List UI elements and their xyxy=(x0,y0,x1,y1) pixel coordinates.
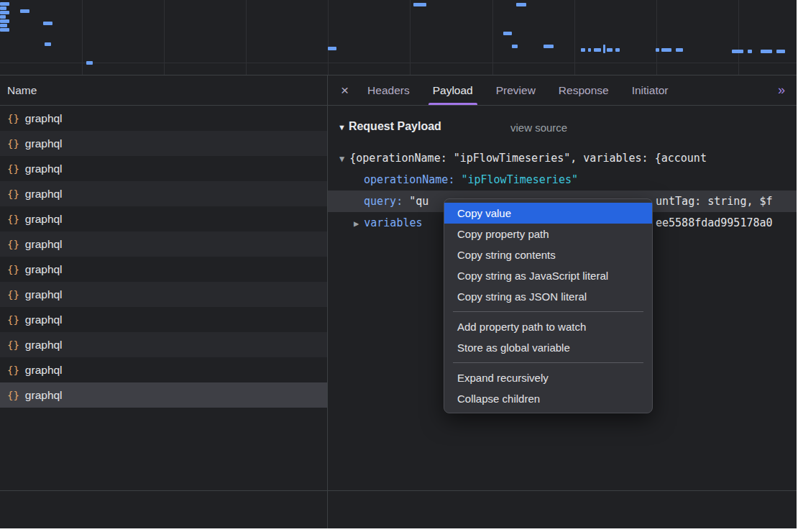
network-request-bar[interactable] xyxy=(544,45,554,48)
network-request-bar[interactable] xyxy=(516,3,526,6)
property-value: "ipFlowTimeseries" xyxy=(461,173,578,186)
name-column-label: Name xyxy=(7,84,37,97)
json-braces-icon: {} xyxy=(7,264,19,275)
panel-divider[interactable] xyxy=(327,75,328,528)
network-request-bar[interactable] xyxy=(615,48,620,52)
menu-item-store-as-global-variable[interactable]: Store as global variable xyxy=(444,337,652,358)
menu-item-copy-value[interactable]: Copy value xyxy=(444,203,652,224)
request-payload-section-header[interactable]: ▼Request Payload xyxy=(338,120,441,133)
menu-item-copy-string-as-json-literal[interactable]: Copy string as JSON literal xyxy=(444,286,652,307)
request-row[interactable]: {}graphql xyxy=(0,231,327,257)
close-icon[interactable]: × xyxy=(341,83,349,98)
network-request-bar[interactable] xyxy=(328,47,336,50)
payload-operation-line[interactable]: operationName:"ipFlowTimeseries" xyxy=(364,169,578,191)
view-source-link[interactable]: view source xyxy=(510,121,567,134)
network-request-bar[interactable] xyxy=(413,3,426,6)
request-row[interactable]: {}graphql xyxy=(0,382,327,408)
network-overview-timeline[interactable] xyxy=(0,0,797,75)
request-name: graphql xyxy=(25,263,63,276)
property-key: variables xyxy=(364,216,422,229)
network-request-bar[interactable] xyxy=(581,48,585,52)
menu-divider xyxy=(453,311,643,312)
request-row[interactable]: {}graphql xyxy=(0,106,327,131)
tab-preview[interactable]: Preview xyxy=(485,75,547,105)
network-request-bar[interactable] xyxy=(20,9,29,13)
menu-item-copy-property-path[interactable]: Copy property path xyxy=(444,224,652,244)
property-value: untTag: string, $f xyxy=(656,195,773,208)
menu-item-copy-string-as-javascript-literal[interactable]: Copy string as JavaScript literal xyxy=(444,265,652,286)
request-row[interactable]: {}graphql xyxy=(0,357,327,382)
request-row[interactable]: {}graphql xyxy=(0,206,327,231)
network-request-bar[interactable] xyxy=(748,50,752,53)
payload-root-preview: {operationName: "ipFlowTimeseries", vari… xyxy=(349,152,707,165)
network-request-bar[interactable] xyxy=(0,6,6,10)
json-braces-icon: {} xyxy=(7,390,19,401)
json-braces-icon: {} xyxy=(7,188,19,200)
json-braces-icon: {} xyxy=(7,214,19,225)
json-braces-icon: {} xyxy=(7,239,19,250)
network-request-bar[interactable] xyxy=(0,19,9,23)
network-request-bar[interactable] xyxy=(0,11,9,14)
tab-response[interactable]: Response xyxy=(547,75,620,105)
network-request-bar[interactable] xyxy=(43,22,52,25)
network-request-bar[interactable] xyxy=(0,24,7,27)
menu-item-copy-string-contents[interactable]: Copy string contents xyxy=(444,244,652,265)
disclosure-collapsed-icon[interactable]: ▶ xyxy=(354,219,359,229)
json-braces-icon: {} xyxy=(7,339,19,351)
disclosure-expanded-icon[interactable]: ▼ xyxy=(339,154,344,164)
request-row[interactable]: {}graphql xyxy=(0,332,327,357)
network-request-bar[interactable] xyxy=(607,48,613,52)
request-name: graphql xyxy=(25,162,63,175)
network-request-bar[interactable] xyxy=(656,48,659,52)
network-request-bar[interactable] xyxy=(86,61,93,65)
menu-item-add-property-path-to-watch[interactable]: Add property path to watch xyxy=(444,316,652,337)
network-request-bar[interactable] xyxy=(512,45,518,48)
network-request-bar[interactable] xyxy=(588,48,591,52)
network-request-bar[interactable] xyxy=(761,50,772,53)
request-name: graphql xyxy=(25,112,63,125)
network-request-bar[interactable] xyxy=(732,50,743,53)
json-braces-icon: {} xyxy=(7,314,19,326)
summary-bar xyxy=(0,490,797,528)
tab-payload[interactable]: Payload xyxy=(421,75,485,105)
request-row[interactable]: {}graphql xyxy=(0,156,327,181)
more-tabs-icon[interactable]: » xyxy=(778,83,797,98)
property-key: operationName: xyxy=(364,173,454,186)
payload-query-line[interactable]: query:"qu xyxy=(364,191,428,212)
network-request-bar[interactable] xyxy=(503,32,512,35)
overview-gridline xyxy=(0,63,797,63)
tab-headers[interactable]: Headers xyxy=(356,75,421,105)
name-column-header[interactable]: Name xyxy=(0,75,327,106)
payload-root-line[interactable]: ▼{operationName: "ipFlowTimeseries", var… xyxy=(339,147,797,169)
network-request-bar[interactable] xyxy=(594,48,601,52)
request-name: graphql xyxy=(25,339,63,352)
request-list: {}graphql{}graphql{}graphql{}graphql{}gr… xyxy=(0,106,327,490)
json-braces-icon: {} xyxy=(7,163,19,175)
network-request-bar[interactable] xyxy=(0,2,9,6)
network-request-bar[interactable] xyxy=(776,50,785,53)
request-row[interactable]: {}graphql xyxy=(0,257,327,282)
overview-gridline xyxy=(328,0,329,75)
network-request-bar[interactable] xyxy=(676,48,683,52)
request-row[interactable]: {}graphql xyxy=(0,307,327,332)
tab-initiator[interactable]: Initiator xyxy=(620,75,680,105)
network-request-bar[interactable] xyxy=(0,28,9,32)
request-row[interactable]: {}graphql xyxy=(0,131,327,156)
menu-item-expand-recursively[interactable]: Expand recursively xyxy=(444,367,652,388)
payload-variables-line[interactable]: ▶variables xyxy=(354,212,429,234)
request-name: graphql xyxy=(25,238,63,251)
request-name: graphql xyxy=(25,213,63,226)
network-request-bar[interactable] xyxy=(45,42,51,46)
request-name: graphql xyxy=(25,288,63,301)
request-row[interactable]: {}graphql xyxy=(0,282,327,307)
request-row[interactable]: {}graphql xyxy=(0,181,327,206)
property-key: query: xyxy=(364,195,403,208)
menu-item-collapse-children[interactable]: Collapse children xyxy=(444,388,652,409)
network-request-bar[interactable] xyxy=(0,15,6,19)
network-request-bar[interactable] xyxy=(661,48,671,52)
network-request-bar[interactable] xyxy=(603,45,605,53)
overview-gridline xyxy=(246,0,247,75)
request-name: graphql xyxy=(25,137,63,150)
devtools-network-panel: Name {}graphql{}graphql{}graphql{}graphq… xyxy=(0,0,797,528)
payload-query-line-overflow: untTag: string, $f xyxy=(656,191,773,212)
